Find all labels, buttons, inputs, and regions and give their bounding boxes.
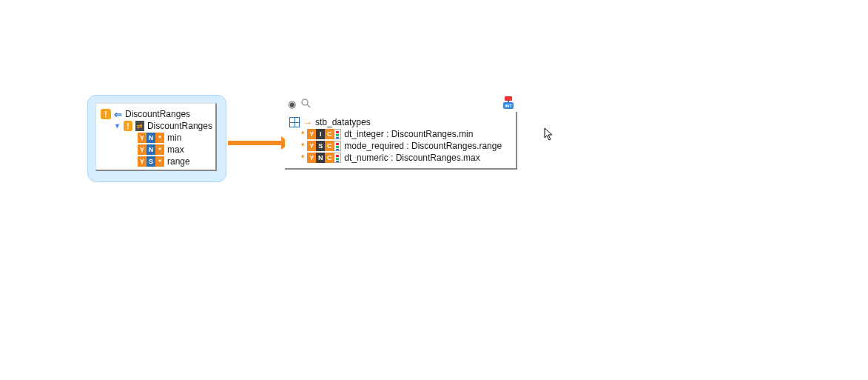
collapse-icon[interactable]: ▼ bbox=[114, 122, 121, 130]
column-icons: YN* bbox=[138, 133, 164, 143]
target-panel[interactable]: → stb_datatypes * YIC dt_integer : Disco… bbox=[285, 112, 517, 170]
mapping-label: mode_required : DiscountRanges.range bbox=[344, 141, 502, 151]
warning-icon: ! bbox=[124, 121, 132, 131]
source-group-row[interactable]: ▼ ! ⇄ DiscountRanges bbox=[101, 120, 212, 132]
preview-icon[interactable]: ◉ bbox=[288, 99, 296, 110]
search-icon[interactable] bbox=[300, 98, 311, 110]
column-label: max bbox=[167, 144, 184, 155]
mapping-label: dt_numeric : DiscountRanges.max bbox=[344, 153, 480, 163]
svg-line-1 bbox=[307, 104, 310, 107]
column-icons: YS* bbox=[138, 156, 164, 167]
mapping-row[interactable]: * YIC dt_integer : DiscountRanges.min bbox=[289, 128, 513, 140]
column-label: range bbox=[167, 156, 190, 167]
target-area: ◉ → stb_datatypes * YIC dt_integer : Dis… bbox=[285, 98, 517, 170]
column-icons: YN* bbox=[138, 144, 164, 155]
target-title: stb_datatypes bbox=[315, 117, 371, 127]
source-panel: ! ⇐ DiscountRanges ▼ ! ⇄ DiscountRanges … bbox=[87, 95, 226, 182]
mapping-icons: YIC bbox=[307, 129, 341, 139]
table-icon bbox=[289, 117, 300, 127]
source-column-row[interactable]: YN* min bbox=[101, 132, 212, 144]
source-title: DiscountRanges bbox=[125, 109, 190, 119]
svg-point-0 bbox=[302, 99, 308, 105]
cursor-icon bbox=[544, 127, 554, 141]
arrow-right-icon: → bbox=[303, 117, 312, 128]
column-label: min bbox=[167, 133, 181, 143]
source-column-row[interactable]: YN* max bbox=[101, 144, 212, 156]
mapping-icons: YNC bbox=[307, 153, 341, 163]
required-icon: * bbox=[301, 141, 304, 150]
source-tree[interactable]: ! ⇐ DiscountRanges ▼ ! ⇄ DiscountRanges … bbox=[95, 103, 217, 171]
mapping-row[interactable]: * YNC dt_numeric : DiscountRanges.max bbox=[289, 152, 513, 164]
required-icon: * bbox=[301, 153, 304, 162]
source-header-row[interactable]: ! ⇐ DiscountRanges bbox=[101, 108, 212, 120]
target-toolbar: ◉ bbox=[285, 98, 517, 110]
target-header-row[interactable]: → stb_datatypes bbox=[289, 116, 513, 128]
source-column-row[interactable]: YS* range bbox=[101, 156, 212, 167]
required-icon: * bbox=[301, 130, 304, 139]
mapping-row[interactable]: * YSC mode_required : DiscountRanges.ran… bbox=[289, 140, 513, 152]
flow-icon: ⇄ bbox=[135, 121, 144, 131]
source-group-label: DiscountRanges bbox=[147, 121, 212, 131]
warning-icon: ! bbox=[101, 109, 111, 119]
drag-type-label: INT bbox=[503, 102, 514, 109]
mapping-icons: YSC bbox=[307, 141, 341, 151]
mapping-label: dt_integer : DiscountRanges.min bbox=[344, 129, 473, 139]
connection-arrow-icon bbox=[228, 141, 283, 145]
drag-type-indicator: INT bbox=[502, 96, 515, 110]
arrow-left-icon: ⇐ bbox=[114, 109, 122, 120]
